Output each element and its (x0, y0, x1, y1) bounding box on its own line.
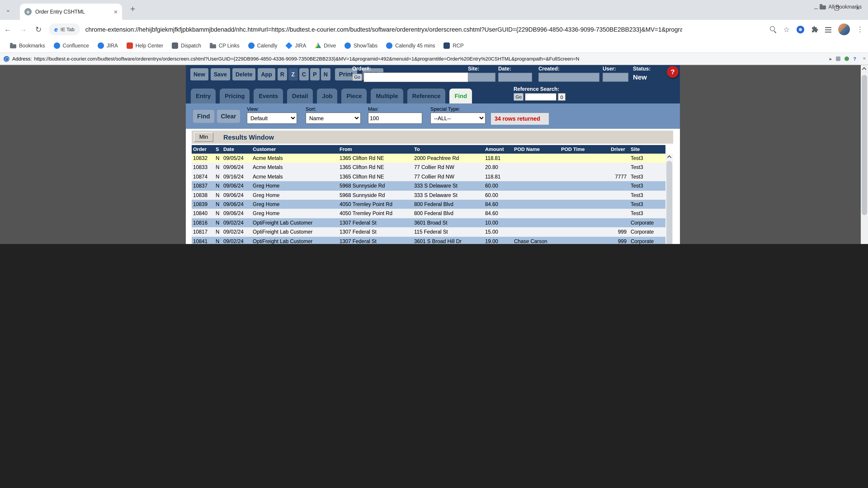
column-header[interactable]: Customer (251, 145, 338, 154)
bookmark-item[interactable]: Help Center (123, 41, 167, 50)
browser-menu-icon[interactable]: ⋮ (857, 25, 864, 33)
app-tab[interactable]: Pricing (220, 89, 250, 103)
table-row[interactable]: 10832 N 09/05/24 Acme Metals 1365 Clifto… (192, 154, 665, 163)
new-tab-button[interactable]: + (130, 4, 135, 14)
tab-search-icon[interactable]: ⌄ (5, 6, 11, 13)
cell-driver (610, 200, 629, 209)
column-header[interactable]: POD Time (560, 145, 610, 154)
max-input[interactable] (368, 112, 422, 124)
column-header[interactable]: Date (222, 145, 251, 154)
browser-tab[interactable]: e Order Entry CSHTML × (20, 4, 122, 20)
strip-tool-icon[interactable] (836, 57, 841, 61)
column-header[interactable]: Amount (484, 145, 513, 154)
bookmark-label: Bookmarks (19, 43, 45, 48)
sort-select[interactable]: Name (306, 112, 361, 124)
reference-go-button[interactable]: Go (514, 93, 524, 101)
all-bookmarks-button[interactable]: All Bookmarks (819, 0, 862, 13)
bookmark-item[interactable]: JIRA (282, 41, 310, 50)
app-tab[interactable]: Multiple (371, 89, 403, 103)
table-row[interactable]: 10838 N 09/06/24 Greg Home 5968 Sunnysid… (192, 191, 665, 200)
special-type-select[interactable]: --ALL-- (430, 112, 486, 124)
table-row[interactable]: 10837 N 09/06/24 Greg Home 5968 Sunnysid… (192, 181, 665, 191)
table-row[interactable]: 10816 N 09/02/24 OptiFreight Lab Custome… (192, 218, 665, 227)
table-row[interactable]: 10817 N 09/02/24 OptiFreight Lab Custome… (192, 227, 665, 236)
strip-help-icon[interactable]: ? (853, 56, 856, 61)
app-tab[interactable]: Entry (191, 89, 216, 103)
table-row[interactable]: 10839 N 09/06/24 Greg Home 4050 Tremley … (192, 200, 665, 209)
view-select[interactable]: Default (247, 112, 297, 124)
reload-button[interactable]: ↻ (31, 25, 46, 34)
bookmark-item[interactable]: Calendly 45 mins (382, 41, 438, 50)
find-button[interactable]: Find (193, 110, 214, 123)
strip-arrow-icon[interactable]: ▸ (829, 56, 832, 62)
page-scrollbar[interactable] (861, 65, 868, 244)
profile-avatar[interactable] (838, 24, 850, 35)
bookmark-item[interactable]: Confluence (50, 41, 92, 50)
bookmark-icon (97, 42, 104, 49)
table-row[interactable]: 10841 N 09/02/24 OptiFreight Lab Custome… (192, 236, 665, 244)
bookmark-item[interactable]: Bookmarks (6, 41, 49, 50)
forward-button[interactable]: → (16, 25, 31, 34)
header-small-button[interactable]: R (278, 68, 287, 80)
table-scrollbar-thumb[interactable] (666, 161, 672, 244)
app-tab[interactable]: Piece (342, 89, 367, 103)
strip-close-icon[interactable]: × (863, 56, 866, 61)
column-header[interactable]: Site (629, 145, 665, 154)
extension-blue-icon[interactable] (797, 26, 804, 33)
column-header[interactable]: Order (192, 145, 214, 154)
table-row[interactable]: 10874 N 09/16/24 Acme Metals 1365 Clifto… (192, 172, 665, 182)
page-scrollbar-thumb[interactable] (862, 75, 867, 215)
clear-button[interactable]: Clear (217, 110, 240, 123)
header-small-button[interactable]: Z (288, 68, 298, 80)
app-tab[interactable]: Find (450, 89, 472, 103)
bookmark-item[interactable]: Drive (311, 41, 340, 50)
order-input[interactable] (364, 72, 469, 82)
bookmark-label: Confluence (63, 43, 89, 48)
cell-to: 77 Collier Rd NW (413, 163, 484, 172)
column-header[interactable]: S (214, 145, 222, 154)
address-bar-url[interactable]: chrome-extension://hehijbfgiekmjfkfjpbkb… (86, 26, 682, 33)
page-scroll-up-icon[interactable] (862, 67, 866, 72)
extensions-puzzle-icon[interactable] (811, 26, 818, 33)
column-header[interactable]: To (413, 145, 484, 154)
cell-driver: 999 (610, 227, 629, 236)
app-tab[interactable]: Detail (287, 89, 313, 103)
header-small-button[interactable]: P (310, 68, 320, 80)
app-tab[interactable]: Events (254, 89, 283, 103)
bookmark-star-icon[interactable]: ☆ (783, 25, 790, 34)
table-row[interactable]: 10833 N 09/06/24 Acme Metals 1365 Clifto… (192, 163, 665, 172)
ie-tab-chip[interactable]: e IE Tab (49, 24, 80, 35)
bookmark-item[interactable]: Calendly (244, 41, 281, 50)
reference-input[interactable] (525, 93, 557, 101)
bookmark-item[interactable]: RCP (440, 41, 467, 50)
bookmark-item[interactable]: JIRA (94, 41, 121, 50)
back-button[interactable]: ← (0, 25, 16, 34)
cell-pod-time (560, 172, 610, 182)
table-scroll-up-icon[interactable] (667, 155, 672, 160)
tab-close-icon[interactable]: × (114, 8, 118, 15)
app-tab[interactable]: Reference (407, 89, 445, 103)
header-small-button[interactable]: C (299, 68, 309, 80)
bookmark-item[interactable]: ShowTabs (341, 41, 381, 50)
bookmark-item[interactable]: CP Links (206, 41, 243, 50)
help-button[interactable]: ? (667, 66, 679, 78)
app-tab[interactable]: Job (317, 89, 338, 103)
zoom-icon[interactable] (770, 26, 776, 33)
table-row[interactable]: 10840 N 09/06/24 Greg Home 4050 Tremley … (192, 209, 665, 218)
header-button[interactable]: New (190, 68, 208, 80)
header-small-button[interactable]: N (321, 68, 331, 80)
min-button[interactable]: Min (194, 132, 213, 142)
order-go-button[interactable]: Go (352, 74, 362, 81)
header-button[interactable]: App (258, 68, 275, 80)
column-header[interactable]: Driver (610, 145, 629, 154)
cell-to: 3601 Broad St (413, 218, 484, 227)
header-button[interactable]: Delete (232, 68, 256, 80)
bookmark-item[interactable]: Dispatch (168, 41, 205, 50)
header-button[interactable]: Save (211, 68, 230, 80)
table-scrollbar[interactable] (665, 154, 673, 244)
cell-driver: 999 (610, 236, 629, 244)
column-header[interactable]: POD Name (513, 145, 560, 154)
strip-refresh-icon[interactable] (845, 57, 849, 61)
column-header[interactable]: From (338, 145, 413, 154)
media-list-icon[interactable] (825, 27, 831, 28)
